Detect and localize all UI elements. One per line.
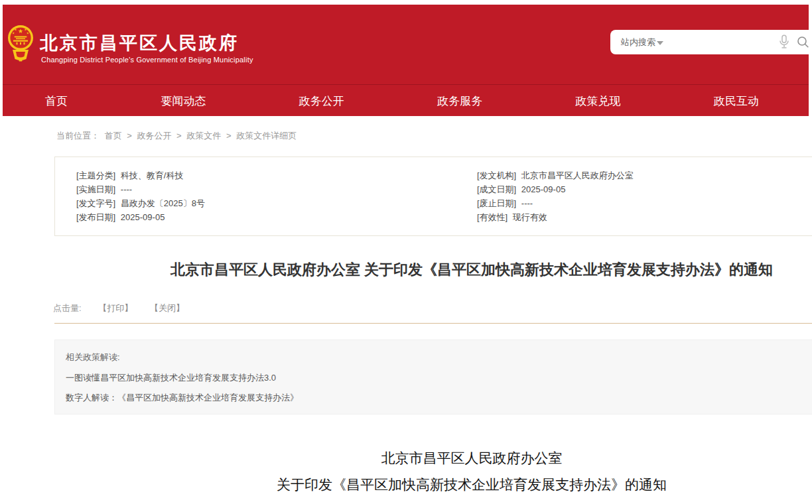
site-title: 北京市昌平区人民政府 (40, 31, 239, 55)
meta-label: [成文日期] (477, 184, 516, 194)
breadcrumb-policy-files[interactable]: 政策文件 (186, 131, 221, 141)
meta-column-right: [发文机构] 北京市昌平区人民政府办公室 [成文日期] 2025-09-05 [… (477, 168, 634, 224)
meta-label: [发文字号] (76, 198, 115, 208)
meta-column-left: [主题分类] 科技、教育/科技 [实施日期] ---- [发文字号] 昌政办发〔… (76, 168, 205, 224)
related-policy-box: 相关政策解读: 一图读懂昌平区加快高新技术企业培育发展支持办法3.0 数字人解读… (54, 340, 812, 414)
nav-item-interaction[interactable]: 政民互动 (714, 94, 759, 109)
breadcrumb-gov-open[interactable]: 政务公开 (137, 131, 171, 141)
site-subtitle: Changping District People's Government o… (41, 56, 253, 64)
national-emblem-icon (8, 25, 33, 63)
meta-label: [有效性] (477, 212, 508, 222)
hits-label: 点击量: (53, 303, 82, 313)
meta-value: 2025-09-05 (121, 212, 165, 222)
page-title: 北京市昌平区人民政府办公室 关于印发《昌平区加快高新技术企业培育发展支持办法》的… (54, 260, 812, 280)
meta-label: [发文机构] (477, 170, 516, 180)
meta-row-written-date: [成文日期] 2025-09-05 (477, 182, 634, 196)
related-heading: 相关政策解读: (66, 351, 120, 363)
close-button[interactable]: 【关闭】 (150, 303, 184, 313)
document-title-line: 关于印发《昌平区加快高新技术企业培育发展支持办法》的通知 (54, 475, 812, 494)
article-toolbar: 点击量: 【打印】 【关闭】 (53, 302, 199, 314)
meta-label: [发布日期] (76, 212, 115, 222)
breadcrumb-separator: > (127, 131, 132, 141)
document-meta-box: [主题分类] 科技、教育/科技 [实施日期] ---- [发文字号] 昌政办发〔… (54, 157, 812, 236)
search-box[interactable]: 站内搜索 (610, 30, 812, 54)
meta-label: [实施日期] (76, 184, 115, 194)
meta-value: 北京市昌平区人民政府办公室 (521, 170, 634, 180)
meta-row-publish-date: [发布日期] 2025-09-05 (76, 210, 205, 224)
breadcrumb-separator: > (176, 131, 182, 141)
main-navigation: 首页 要闻动态 政务公开 政务服务 政策兑现 政民互动 (3, 84, 809, 116)
nav-list: 首页 要闻动态 政务公开 政务服务 政策兑现 政民互动 (45, 85, 759, 117)
search-scope-select[interactable]: 站内搜索 (621, 30, 655, 54)
breadcrumb-separator: > (226, 131, 232, 141)
meta-value: ---- (521, 198, 533, 208)
meta-label: [废止日期] (477, 198, 516, 208)
breadcrumb-home[interactable]: 首页 (105, 131, 122, 141)
meta-value: 昌政办发〔2025〕8号 (121, 198, 205, 208)
search-icon[interactable] (797, 36, 809, 48)
section-divider (54, 323, 812, 324)
meta-row-topic: [主题分类] 科技、教育/科技 (76, 168, 205, 182)
print-button[interactable]: 【打印】 (98, 303, 133, 313)
related-link-infographic[interactable]: 一图读懂昌平区加快高新技术企业培育发展支持办法3.0 (66, 372, 276, 384)
nav-item-services[interactable]: 政务服务 (437, 94, 482, 109)
breadcrumb-prefix: 当前位置： (56, 131, 100, 141)
meta-row-repeal-date: [废止日期] ---- (477, 196, 634, 210)
microphone-icon[interactable] (779, 34, 789, 50)
meta-row-impl-date: [实施日期] ---- (76, 182, 205, 196)
nav-item-policy[interactable]: 政策兑现 (576, 94, 621, 109)
chevron-down-icon[interactable] (657, 41, 663, 45)
site-header: 北京市昌平区人民政府 Changping District People's G… (3, 5, 809, 84)
breadcrumb: 当前位置： 首页 > 政务公开 > 政策文件 > 政策文件详细页 (56, 130, 299, 142)
meta-value: 2025-09-05 (521, 184, 566, 194)
page: 北京市昌平区人民政府 Changping District People's G… (0, 0, 812, 504)
meta-value: ---- (121, 184, 132, 194)
meta-value: 科技、教育/科技 (121, 170, 184, 180)
meta-row-doc-number: [发文字号] 昌政办发〔2025〕8号 (76, 196, 205, 210)
nav-item-news[interactable]: 要闻动态 (161, 94, 206, 109)
nav-item-home[interactable]: 首页 (45, 94, 68, 109)
nav-item-gov-open[interactable]: 政务公开 (299, 94, 344, 109)
meta-row-issuing-org: [发文机构] 北京市昌平区人民政府办公室 (477, 168, 634, 182)
breadcrumb-current: 政策文件详细页 (236, 131, 297, 141)
meta-value: 现行有效 (513, 212, 547, 222)
related-link-digital-human[interactable]: 数字人解读：《昌平区加快高新技术企业培育发展支持办法》 (66, 392, 299, 404)
meta-row-validity: [有效性] 现行有效 (477, 210, 634, 224)
document-org-line: 北京市昌平区人民政府办公室 (54, 449, 812, 468)
meta-label: [主题分类] (76, 170, 115, 180)
